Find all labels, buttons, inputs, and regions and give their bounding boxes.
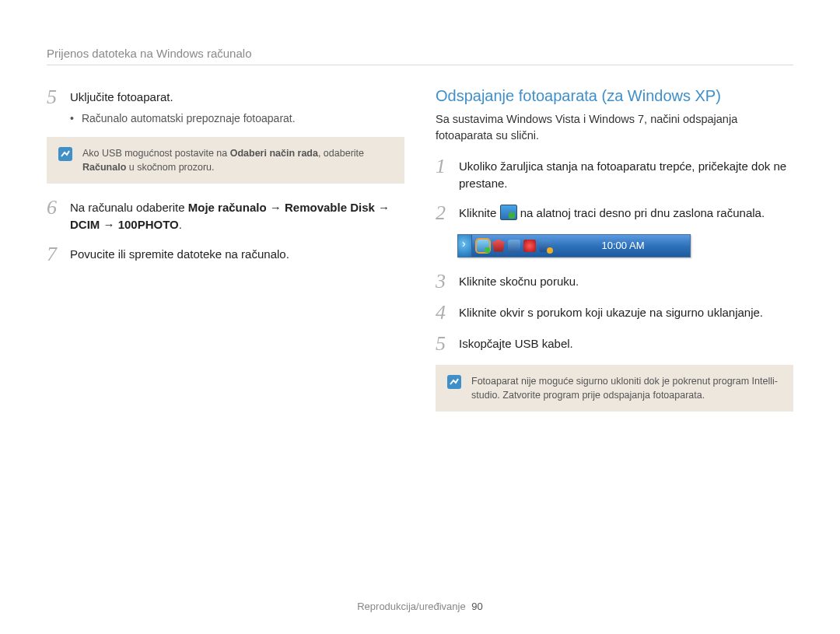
- step-text: Kliknite na alatnoj traci desno pri dnu …: [459, 203, 793, 223]
- step-bold: Removable Disk: [285, 201, 375, 214]
- section-title: Odspajanje fotoaparata (za Windows XP): [436, 87, 793, 105]
- footer-label: Reprodukcija/uređivanje: [357, 601, 465, 612]
- left-column: 5 Uključite fotoaparat. Računalo automat…: [47, 87, 404, 426]
- step-3: 3 Kliknite skočnu poruku.: [436, 271, 793, 292]
- sub-bullet-text: Računalo automatski prepoznaje fotoapara…: [82, 110, 296, 126]
- tray-icon-row: [472, 235, 556, 257]
- callout-text: Fotoaparat nije moguće sigurno ukloniti …: [471, 374, 782, 402]
- callout-text: Ako USB mogućnost postavite na Odaberi n…: [82, 146, 394, 174]
- step-4: 4 Kliknite okvir s porukom koji ukazuje …: [436, 303, 793, 323]
- breadcrumb: Prijenos datoteka na Windows računalo: [47, 47, 793, 65]
- step-5: 5 Uključite fotoaparat. Računalo automat…: [47, 87, 404, 126]
- sub-bullet-list: Računalo automatski prepoznaje fotoapara…: [70, 110, 404, 126]
- step-text: Uključite fotoaparat. Računalo automatsk…: [70, 87, 404, 126]
- tray-app-icon: [508, 240, 520, 252]
- step-text: Ukoliko žaruljica stanja na fotoaparatu …: [459, 156, 793, 192]
- step-number: 7: [47, 244, 61, 264]
- step-frag: .: [179, 218, 182, 231]
- step-number: 1: [436, 156, 450, 192]
- step-text: Na računalu odaberite Moje računalo → Re…: [70, 198, 404, 233]
- step-7: 7 Povucite ili spremite datoteke na raču…: [47, 244, 404, 264]
- tray-expand-icon: [458, 235, 472, 257]
- note-icon: [58, 146, 73, 162]
- arrow-icon: →: [267, 201, 285, 214]
- step-bold: Moje računalo: [188, 201, 267, 214]
- section-intro: Sa sustavima Windows Vista i Windows 7, …: [436, 111, 793, 144]
- security-shield-icon: [492, 240, 505, 252]
- step-bold: DCIM: [70, 218, 100, 231]
- note-icon: [446, 374, 462, 390]
- step-number: 5: [436, 334, 450, 354]
- step-text: Povucite ili spremite datoteke na računa…: [70, 244, 404, 264]
- right-column: Odspajanje fotoaparata (za Windows XP) S…: [436, 87, 793, 426]
- arrow-icon: →: [100, 218, 117, 231]
- network-icon: [539, 240, 551, 252]
- callout-note: Ako USB mogućnost postavite na Odaberi n…: [47, 137, 404, 184]
- step-bold: 100PHOTO: [118, 218, 179, 231]
- callout-frag: , odaberite: [318, 148, 364, 159]
- step-6: 6 Na računalu odaberite Moje računalo → …: [47, 198, 404, 233]
- step-5r: 5 Iskopčajte USB kabel.: [436, 334, 793, 354]
- page-footer: Reprodukcija/uređivanje 90: [0, 601, 840, 612]
- arrow-icon: →: [375, 201, 390, 214]
- sub-bullet: Računalo automatski prepoznaje fotoapara…: [70, 110, 404, 126]
- step-2: 2 Kliknite na alatnoj traci desno pri dn…: [436, 203, 793, 223]
- callout-bold: Računalo: [82, 162, 126, 173]
- safely-remove-icon: [477, 240, 489, 252]
- step-text-main: Uključite fotoaparat.: [70, 90, 173, 103]
- tray-clock: 10:00 AM: [556, 235, 690, 257]
- callout-bold: Odaberi način rada: [230, 148, 318, 159]
- page-number: 90: [471, 601, 482, 612]
- step-frag: Kliknite: [459, 206, 500, 219]
- step-text: Kliknite skočnu poruku.: [459, 271, 793, 292]
- step-frag: Na računalu odaberite: [70, 201, 188, 214]
- step-number: 4: [436, 303, 450, 323]
- step-1: 1 Ukoliko žaruljica stanja na fotoaparat…: [436, 156, 793, 192]
- system-tray-screenshot: 10:00 AM: [457, 234, 691, 257]
- step-number: 6: [47, 198, 61, 233]
- two-column-layout: 5 Uključite fotoaparat. Računalo automat…: [47, 87, 793, 426]
- volume-icon: [523, 240, 536, 252]
- step-text: Iskopčajte USB kabel.: [459, 334, 793, 354]
- step-text: Kliknite okvir s porukom koji ukazuje na…: [459, 303, 793, 323]
- safely-remove-icon: [500, 205, 517, 220]
- callout-note: Fotoaparat nije moguće sigurno ukloniti …: [436, 365, 793, 412]
- step-number: 3: [436, 271, 450, 292]
- callout-frag: Ako USB mogućnost postavite na: [82, 148, 230, 159]
- step-number: 2: [436, 203, 450, 223]
- callout-frag: u skočnom prozoru.: [126, 162, 214, 173]
- step-frag: na alatnoj traci desno pri dnu zaslona r…: [520, 206, 765, 219]
- bullet-dot-icon: [70, 110, 74, 126]
- step-number: 5: [47, 87, 61, 126]
